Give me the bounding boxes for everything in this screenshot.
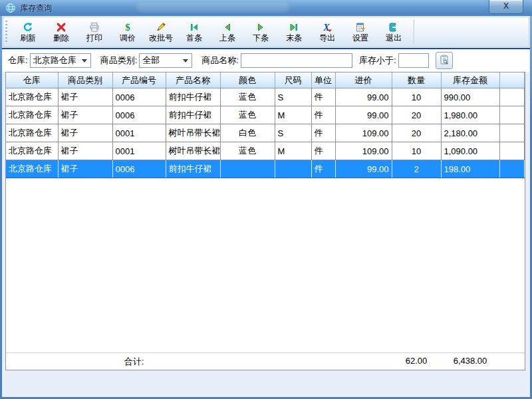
background-window-blur [136,3,289,12]
refresh-button[interactable]: 刷新 [11,18,45,46]
pencil-icon [155,21,167,33]
toolbar-button-label: 导出 [319,34,335,43]
prev-record-button[interactable]: 上条 [211,18,244,46]
table-cell: 蓝色 [220,88,275,106]
table-cell: 裙子 [58,88,112,106]
filter-row: 仓库: 北京路仓库 商品类别: 全部 商品名称: 库存小于: [3,49,529,72]
column-header[interactable]: 仓库 [6,72,58,88]
table-cell: 白色 [220,124,275,142]
column-header[interactable]: 尺码 [275,72,311,88]
table-row[interactable]: 北京路仓库裙子0001树叶吊带长裙白色S件109.00202,180.00 [6,124,525,142]
printer-icon [88,21,100,33]
table-cell: 北京路仓库 [6,142,58,160]
next-icon [255,21,267,33]
table-cell: 20 [392,124,441,142]
clipboard-search-icon [439,55,450,67]
column-header[interactable]: 单位 [311,72,335,88]
totals-footer: 合计: 62.00 6,438.00 [6,352,525,370]
table-cell: M [275,106,311,124]
total-quantity: 62.00 [392,356,441,366]
table-row[interactable]: 北京路仓库裙子0006前扣牛仔裙蓝色M件99.00201,980.00 [6,106,525,124]
window-title: 库存查询 [20,3,52,14]
inventory-query-window: 库存查询 X 刷新删除打印$调价改批号首条上条下条末条X导出设置退出 仓库: 北… [0,0,532,399]
table-row[interactable]: 北京路仓库裙子0006前扣牛仔裙件99.002198.00 [6,160,525,178]
table-cell: 件 [311,124,335,142]
column-header[interactable]: 数量 [392,72,441,88]
table-cell: 1,090.00 [441,142,499,160]
table-cell: 蓝色 [220,142,275,160]
table-cell: 99.00 [335,160,392,178]
table-cell: 0006 [112,88,166,106]
print-button[interactable]: 打印 [78,18,111,46]
warehouse-value: 北京路仓库 [33,55,80,66]
table-cell: 件 [311,88,335,106]
table-cell: 10 [392,88,441,106]
svg-text:$: $ [125,22,130,33]
column-header[interactable]: 产品名称 [166,72,220,88]
toolbar-gripper[interactable] [5,21,7,43]
table-cell-empty [499,106,525,124]
column-header[interactable]: 产品编号 [112,72,166,88]
column-header[interactable]: 颜色 [220,72,275,88]
next-record-button[interactable]: 下条 [244,18,277,46]
column-header[interactable]: 库存金额 [441,72,499,88]
table-cell: 北京路仓库 [6,88,58,106]
toolbar-button-label: 首条 [186,34,202,43]
toolbar-button-label: 末条 [286,34,302,43]
app-globe-icon [5,3,17,14]
table-cell: 1,980.00 [441,106,499,124]
last-record-button[interactable]: 末条 [277,18,311,46]
product-name-input[interactable] [241,53,352,68]
table-body: 北京路仓库裙子0006前扣牛仔裙蓝色S件99.0010990.00北京路仓库裙子… [6,88,525,178]
export-button[interactable]: X导出 [311,18,344,46]
delete-icon [55,21,67,33]
table-cell: 2 [392,160,441,178]
table-cell: 前扣牛仔裙 [166,160,220,178]
delete-button[interactable]: 删除 [45,18,78,46]
total-label: 合计: [124,356,144,368]
table-cell-empty [499,124,525,142]
close-button[interactable]: X [489,0,523,14]
category-combobox[interactable]: 全部 [139,53,192,68]
table-header-row: 仓库商品类别产品编号产品名称颜色尺码单位进价数量库存金额 [6,72,525,88]
column-header[interactable]: 进价 [335,72,392,88]
toolbar-button-label: 下条 [253,34,269,43]
first-record-button[interactable]: 首条 [178,18,211,46]
adjust-price-button[interactable]: $调价 [111,18,144,46]
export-excel-icon: X [321,21,333,33]
table-cell: 裙子 [58,124,112,142]
table-cell: 0006 [112,160,166,178]
stock-less-input[interactable] [398,53,429,68]
warehouse-combobox[interactable]: 北京路仓库 [30,53,91,68]
table-row[interactable]: 北京路仓库裙子0006前扣牛仔裙蓝色S件99.0010990.00 [6,88,525,106]
table-cell [275,160,311,178]
total-amount: 6,438.00 [441,356,499,366]
table-cell: 198.00 [441,160,499,178]
table-cell: 990.00 [441,88,499,106]
table-row[interactable]: 北京路仓库裙子0001树叶吊带长裙蓝色M件109.00101,090.00 [6,142,525,160]
table-cell: 件 [311,106,335,124]
table-cell-empty [499,88,525,106]
table-cell: 109.00 [335,124,392,142]
inventory-table: 仓库商品类别产品编号产品名称颜色尺码单位进价数量库存金额 北京路仓库裙子0006… [6,72,525,178]
query-button[interactable] [436,52,453,69]
change-batch-button[interactable]: 改批号 [144,18,178,46]
exit-button[interactable]: 退出 [377,18,410,46]
settings-button[interactable]: 设置 [344,18,377,46]
toolbar-button-label: 改批号 [149,34,173,43]
product-name-label: 商品名称: [201,55,239,66]
toolbar-button-label: 刷新 [20,34,36,43]
dollar-icon: $ [122,21,134,33]
table-cell: 裙子 [58,106,112,124]
column-header-empty [499,72,525,88]
toolbar-button-label: 设置 [352,34,368,43]
table-cell: 裙子 [58,160,112,178]
table-cell: 前扣牛仔裙 [166,88,220,106]
table-cell: 件 [311,160,335,178]
category-label: 商品类别: [100,55,138,66]
column-header[interactable]: 商品类别 [58,72,112,88]
toolbar-buttons: 刷新删除打印$调价改批号首条上条下条末条X导出设置退出 [11,18,414,46]
table-cell: 99.00 [335,106,392,124]
category-value: 全部 [142,55,181,66]
titlebar[interactable]: 库存查询 X [0,0,532,16]
